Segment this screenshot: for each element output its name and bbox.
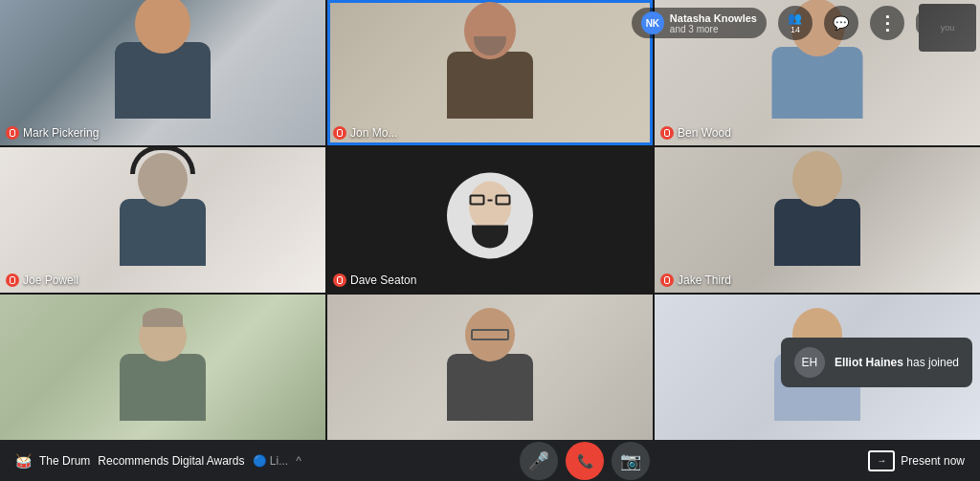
people-count-button[interactable]: 👥 14 [778,6,813,40]
mic-button[interactable]: 🎤 [520,442,558,480]
dave-avatar [447,173,533,259]
participant-video-8 [327,295,653,440]
expand-icon[interactable]: ^ [296,454,301,468]
video-cell-mark-pickering[interactable]: Mark Pickering [0,0,325,145]
participant-name-jake: Jake Third [660,273,731,287]
end-call-button[interactable]: 📞 [566,442,604,480]
present-icon [868,450,895,471]
self-view-label: you [941,23,955,33]
self-view: you [919,4,976,52]
bottom-bar: 🥁 The Drum Recommends Digital Awards 🔵 L… [0,440,980,481]
video-cell-jon[interactable]: Jon Mo... [327,0,653,145]
muted-icon-mark [6,126,19,140]
participant-name-dave: Dave Seaton [333,273,416,287]
video-cell-jake[interactable]: Jake Third [655,147,980,293]
host-name: Natasha Knowles [670,12,757,24]
meeting-title: The Drum [39,454,90,468]
video-cell-8[interactable] [327,295,653,440]
participant-name-mark: Mark Pickering [6,126,99,140]
participant-video-2 [327,0,653,145]
tab-overflow: 🔵 Li... [253,454,289,468]
chat-icon: 💬 [833,15,849,31]
muted-icon-jon [333,126,346,140]
host-avatar: NK [641,11,664,34]
participant-video-6 [655,147,980,293]
camera-icon: 📷 [620,450,641,471]
video-cell-dave[interactable]: Dave Seaton [327,147,653,293]
video-cell-7[interactable] [0,295,325,440]
participant-video-4 [0,147,325,293]
muted-icon-joe [6,273,19,287]
participant-name-jon: Jon Mo... [333,126,397,140]
camera-button[interactable]: 📷 [612,442,650,480]
video-cell-9[interactable]: EH Elliot Haines has joined [655,295,980,440]
more-icon: ⋮ [878,11,897,34]
muted-icon-ben [660,126,674,140]
mic-icon: 🎤 [528,450,549,471]
meeting-title-2: Recommends Digital Awards [98,454,244,468]
people-icon: 👥 [788,11,802,25]
participant-details: Natasha Knowles and 3 more [670,12,757,34]
muted-icon-dave [333,273,346,287]
present-now-button[interactable]: Present now [868,450,965,471]
participant-video-1 [0,0,325,145]
present-label: Present now [901,454,965,468]
video-grid: Mark Pickering Jon Mo... [0,0,980,440]
host-subtitle: and 3 more [670,24,757,34]
toast-message: Elliot Haines has joined [835,356,959,369]
more-options-button[interactable]: ⋮ [870,6,904,40]
join-notification: EH Elliot Haines has joined [781,338,972,387]
video-cell-joe[interactable]: Joe Powell [0,147,325,293]
tab-icon: 🥁 [15,453,32,469]
people-count: 14 [791,25,800,34]
participant-name-joe: Joe Powell [6,273,78,287]
toast-avatar: EH [794,347,825,378]
muted-icon-jake [660,273,674,287]
bottom-controls: 🎤 📞 📷 [520,442,650,480]
chat-button[interactable]: 💬 [824,6,858,40]
participant-info[interactable]: NK Natasha Knowles and 3 more [632,8,767,38]
top-bar: NK Natasha Knowles and 3 more 👥 14 💬 ⋮ 1… [620,0,980,46]
participant-name-ben: Ben Wood [660,126,731,140]
meeting-info: 🥁 The Drum Recommends Digital Awards 🔵 L… [15,453,301,469]
end-call-icon: 📞 [577,453,593,469]
participant-video-7 [0,295,325,440]
